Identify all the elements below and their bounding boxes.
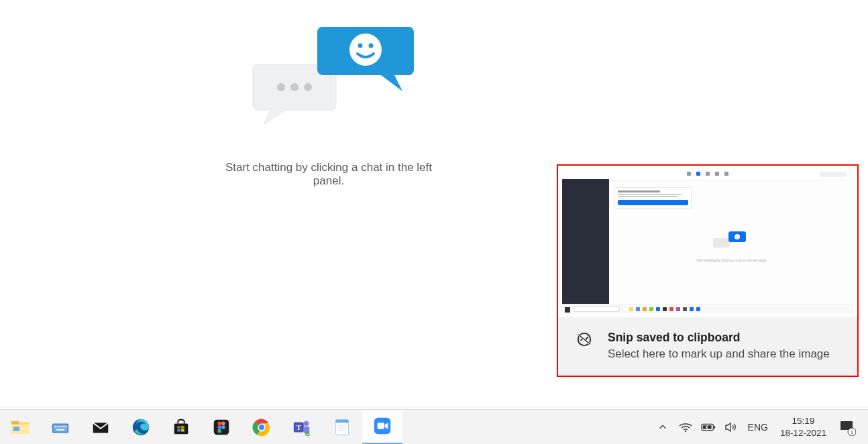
svg-point-30 bbox=[217, 421, 221, 425]
svg-point-37 bbox=[258, 424, 264, 430]
svg-rect-26 bbox=[181, 426, 184, 429]
svg-rect-16 bbox=[55, 426, 56, 427]
svg-rect-28 bbox=[181, 429, 184, 431]
svg-rect-24 bbox=[174, 423, 188, 434]
svg-point-4 bbox=[358, 44, 363, 48]
tray-chevron-up-icon[interactable] bbox=[655, 420, 670, 435]
svg-rect-20 bbox=[65, 426, 66, 427]
svg-rect-21 bbox=[56, 429, 64, 430]
svg-point-33 bbox=[221, 425, 225, 429]
windows-taskbar: T bbox=[0, 409, 868, 444]
svg-rect-13 bbox=[13, 427, 19, 431]
svg-rect-25 bbox=[177, 426, 180, 429]
tray-battery-icon[interactable] bbox=[701, 420, 716, 435]
tray-clock[interactable]: 15:19 18-12-2021 bbox=[773, 415, 833, 439]
taskbar-store[interactable] bbox=[161, 410, 201, 445]
taskbar-keyboard[interactable] bbox=[40, 410, 80, 445]
keyboard-icon bbox=[50, 417, 70, 437]
zoom-icon bbox=[372, 416, 392, 436]
svg-rect-51 bbox=[714, 426, 715, 429]
svg-point-0 bbox=[277, 83, 285, 91]
taskbar-teams[interactable]: T bbox=[282, 410, 322, 445]
svg-point-41 bbox=[305, 432, 310, 437]
svg-rect-11 bbox=[11, 421, 19, 424]
chat-empty-state: Start chatting by clicking a chat in the… bbox=[215, 20, 443, 188]
notification-subtitle: Select here to mark up and share the ima… bbox=[608, 347, 830, 362]
svg-point-2 bbox=[304, 83, 312, 91]
svg-rect-15 bbox=[54, 425, 68, 431]
tray-volume-icon[interactable] bbox=[724, 420, 739, 435]
svg-point-49 bbox=[684, 430, 686, 431]
svg-rect-48 bbox=[378, 423, 384, 429]
svg-point-8 bbox=[735, 234, 740, 239]
file-explorer-icon bbox=[10, 417, 30, 437]
tray-date: 18-12-2021 bbox=[780, 427, 826, 439]
svg-point-5 bbox=[369, 44, 374, 48]
chrome-icon bbox=[252, 417, 272, 437]
snip-app-icon bbox=[577, 332, 592, 347]
teams-icon: T bbox=[292, 417, 312, 437]
notification-title: Snip saved to clipboard bbox=[608, 331, 830, 345]
taskbar-chrome[interactable] bbox=[241, 410, 282, 445]
snip-notification-toast[interactable]: Start chatting by clicking a chat in the… bbox=[557, 164, 859, 377]
svg-rect-6 bbox=[713, 238, 730, 247]
edge-icon bbox=[131, 417, 151, 437]
store-icon bbox=[171, 417, 191, 437]
svg-point-34 bbox=[217, 429, 221, 433]
tray-language[interactable]: ENG bbox=[743, 422, 773, 433]
empty-state-text: Start chatting by clicking a chat in the… bbox=[215, 161, 443, 188]
svg-point-40 bbox=[304, 421, 309, 426]
blue-bubble-icon bbox=[315, 20, 416, 94]
figma-icon bbox=[211, 417, 231, 437]
svg-point-1 bbox=[290, 83, 299, 91]
svg-rect-43 bbox=[336, 419, 349, 423]
taskbar-mail[interactable] bbox=[80, 410, 121, 445]
svg-point-3 bbox=[349, 34, 382, 66]
tray-action-center-icon[interactable]: 1 bbox=[838, 419, 856, 436]
taskbar-zoom[interactable] bbox=[362, 410, 402, 445]
taskbar-edge[interactable] bbox=[121, 410, 161, 445]
notepad-icon bbox=[332, 417, 352, 437]
svg-rect-17 bbox=[57, 426, 58, 427]
taskbar-notepad[interactable] bbox=[322, 410, 362, 445]
svg-rect-18 bbox=[60, 426, 61, 427]
svg-point-31 bbox=[221, 421, 225, 425]
svg-text:1: 1 bbox=[851, 429, 854, 435]
taskbar-figma[interactable] bbox=[201, 410, 241, 445]
svg-point-32 bbox=[217, 425, 221, 429]
svg-rect-27 bbox=[177, 429, 180, 431]
snip-preview-image: Start chatting by clicking a chat in the… bbox=[558, 166, 857, 317]
chat-illustration bbox=[215, 20, 443, 141]
tray-time: 15:19 bbox=[780, 415, 826, 427]
taskbar-file-explorer[interactable] bbox=[0, 410, 40, 445]
mail-icon bbox=[91, 417, 111, 437]
svg-text:T: T bbox=[296, 423, 301, 431]
svg-rect-19 bbox=[62, 426, 64, 427]
tray-wifi-icon[interactable] bbox=[678, 420, 693, 435]
